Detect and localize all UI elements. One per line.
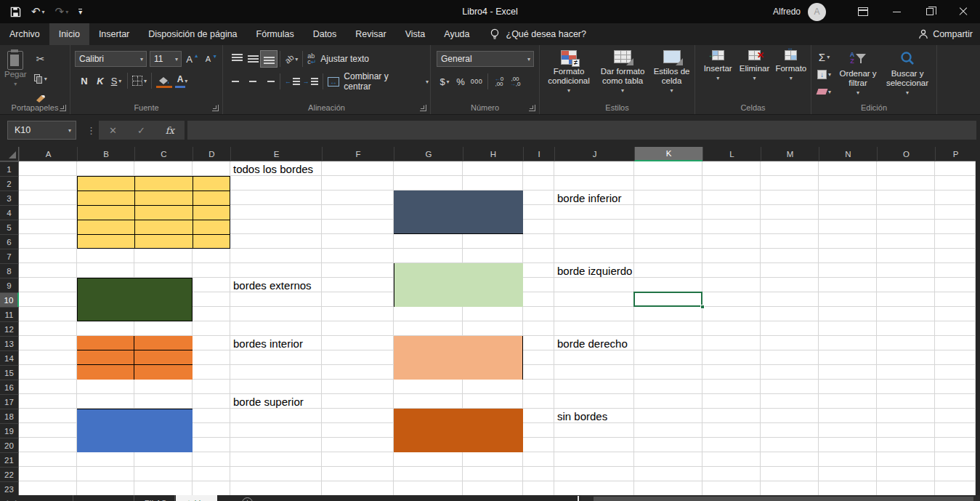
sheet-tab[interactable] — [73, 495, 134, 501]
insert-cells-button[interactable]: ← Insertar▾ — [701, 50, 734, 83]
row-header-15[interactable]: 15 — [0, 365, 19, 380]
dialog-launcher-icon[interactable] — [212, 105, 219, 111]
cell-label[interactable]: borde inferior — [554, 191, 621, 205]
ribbon-display-options-button[interactable] — [846, 0, 880, 23]
block-borde-izquierdo[interactable] — [394, 263, 523, 307]
find-select-button[interactable]: Buscar y seleccionar▾ — [883, 49, 931, 97]
tab-inicio[interactable]: Inicio — [49, 23, 89, 45]
selected-cell-K10[interactable] — [633, 292, 702, 307]
borders-button[interactable]: ▾ — [131, 73, 148, 89]
tab-disposición-de-página[interactable]: Disposición de página — [139, 23, 246, 45]
enter-icon[interactable]: ✓ — [137, 125, 145, 136]
sheet-nav[interactable]: ◂▸ — [4, 497, 19, 501]
decrease-indent-button[interactable]: ← — [283, 73, 301, 89]
cells-area[interactable]: todos los bordesbordes externosbordes in… — [19, 161, 976, 496]
tab-vista[interactable]: Vista — [396, 23, 435, 45]
merge-center-button[interactable]: ↔ Combinar y centrar ▾ — [326, 73, 430, 89]
autosum-button[interactable]: Σ▾ — [816, 49, 833, 65]
block-borde-derecho[interactable] — [394, 336, 523, 380]
tab-fórmulas[interactable]: Fórmulas — [247, 23, 304, 45]
cut-button[interactable]: ✂ — [33, 51, 49, 67]
row-header-3[interactable]: 3 — [0, 191, 19, 205]
align-center-button[interactable] — [245, 73, 261, 89]
tab-archivo[interactable]: Archivo — [0, 23, 49, 45]
sheet-tab[interactable] — [32, 495, 73, 501]
sort-filter-button[interactable]: AZ Ordenar y filtrar▾ — [835, 49, 880, 97]
tab-datos[interactable]: Datos — [304, 23, 347, 45]
font-name-combo[interactable]: Calibri▾ — [75, 51, 147, 67]
sheet-nav-left-icon[interactable]: ◂ — [4, 497, 8, 501]
font-size-combo[interactable]: 11▾ — [150, 51, 182, 67]
column-header-G[interactable]: G — [394, 147, 463, 161]
row-header-1[interactable]: 1 — [0, 161, 19, 176]
share-button[interactable]: Compartir — [918, 23, 973, 45]
increase-font-button[interactable]: A▲ — [185, 51, 201, 67]
paste-button[interactable]: Pegar ▾ — [4, 51, 27, 89]
underline-button[interactable]: S▾ — [108, 73, 124, 89]
percent-button[interactable]: % — [453, 73, 469, 89]
insert-function-icon[interactable]: fx — [166, 125, 174, 136]
comma-style-button[interactable]: 000 — [469, 73, 485, 89]
orientation-button[interactable]: ab▾ — [283, 51, 299, 67]
column-header-E[interactable]: E — [230, 147, 322, 161]
close-button[interactable] — [947, 0, 980, 23]
column-header-P[interactable]: P — [935, 147, 976, 161]
row-header-4[interactable]: 4 — [0, 205, 19, 220]
sheet-nav-right-icon[interactable]: ▸ — [15, 497, 19, 501]
row-header-6[interactable]: 6 — [0, 234, 19, 249]
cell-label[interactable]: bordes externos — [230, 278, 312, 292]
restore-button[interactable] — [913, 0, 947, 23]
row-header-16[interactable]: 16 — [0, 380, 19, 394]
row-header-5[interactable]: 5 — [0, 220, 19, 234]
number-format-combo[interactable]: General▾ — [437, 51, 534, 67]
align-middle-button[interactable] — [245, 51, 261, 67]
fill-handle[interactable] — [700, 305, 705, 309]
column-header-A[interactable]: A — [19, 147, 77, 161]
select-all-corner[interactable] — [0, 147, 19, 161]
align-top-button[interactable] — [229, 51, 245, 67]
sheet-tab-tabla[interactable]: tabla — [176, 495, 217, 501]
minimize-button[interactable] — [880, 0, 913, 23]
row-header-2[interactable]: 2 — [0, 176, 19, 191]
bold-button[interactable]: N — [76, 73, 92, 89]
clear-button[interactable]: ▾ — [816, 84, 833, 100]
column-header-F[interactable]: F — [322, 147, 394, 161]
increase-indent-button[interactable]: → — [301, 73, 320, 89]
wrap-text-button[interactable]: abc↵ Ajustar texto — [306, 51, 370, 67]
column-header-D[interactable]: D — [193, 147, 230, 161]
row-header-8[interactable]: 8 — [0, 263, 19, 278]
align-right-button[interactable] — [261, 73, 277, 89]
copy-button[interactable]: ▾ — [33, 71, 49, 87]
row-header-11[interactable]: 11 — [0, 307, 19, 321]
cell-styles-button[interactable]: Estilos de celda▾ — [652, 50, 692, 95]
column-header-C[interactable]: C — [134, 147, 193, 161]
conditional-formatting-button[interactable]: ≠ Formato condicional▾ — [544, 50, 594, 95]
sheet-tab-FILAS[interactable]: FILAS — [137, 495, 175, 501]
tab-ayuda[interactable]: Ayuda — [434, 23, 479, 45]
block-todos-los-bordes[interactable] — [77, 176, 230, 249]
column-header-M[interactable]: M — [761, 147, 819, 161]
delete-cells-button[interactable]: ✕ Eliminar▾ — [737, 50, 771, 83]
row-header-18[interactable]: 18 — [0, 409, 19, 423]
row-header-21[interactable]: 21 — [0, 452, 19, 467]
column-header-H[interactable]: H — [463, 147, 523, 161]
decrease-decimal-button[interactable]: ,00→,0 — [507, 73, 523, 89]
align-left-button[interactable] — [229, 73, 245, 89]
row-header-19[interactable]: 19 — [0, 423, 19, 438]
cell-label[interactable]: todos los bordes — [230, 161, 313, 176]
column-header-O[interactable]: O — [877, 147, 935, 161]
avatar[interactable]: A — [808, 3, 826, 21]
row-header-9[interactable]: 9 — [0, 278, 19, 292]
align-bottom-button[interactable] — [261, 51, 277, 67]
tab-insertar[interactable]: Insertar — [89, 23, 139, 45]
block-bordes-interior[interactable] — [77, 336, 193, 380]
cell-label[interactable]: bordes interior — [230, 336, 303, 350]
cancel-icon[interactable]: ✕ — [109, 125, 117, 136]
formula-bar-handle[interactable]: ⋮ — [86, 121, 96, 140]
row-header-10[interactable]: 10 — [0, 292, 19, 307]
add-sheet-button[interactable]: + — [242, 497, 253, 501]
format-cells-button[interactable]: ↔ Formato▾ — [774, 50, 808, 83]
column-header-L[interactable]: L — [702, 147, 761, 161]
row-header-22[interactable]: 22 — [0, 467, 19, 481]
block-bordes-externos[interactable] — [77, 278, 193, 321]
